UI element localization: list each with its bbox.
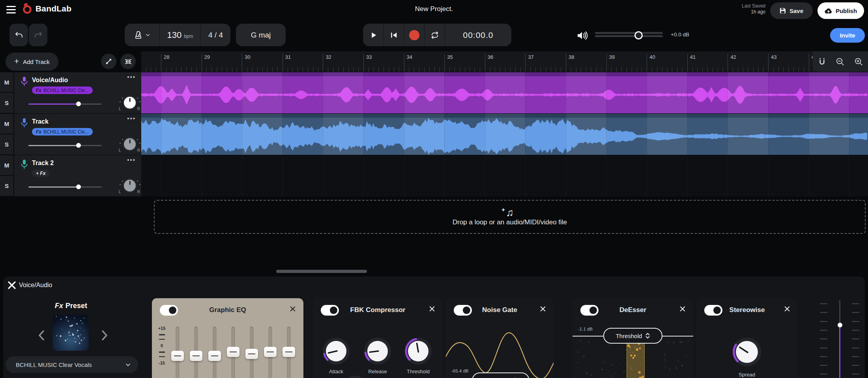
eq-band-slider[interactable] [245,327,258,378]
pan-left-label: L [119,190,121,194]
track-row: M S Voice/Audio ••• FxBCHILL MUSIC Cle..… [0,72,868,113]
preset-artwork[interactable] [52,314,89,351]
track-volume-slider[interactable] [28,102,102,106]
bar-number: 28 [164,54,169,60]
chevron-down-icon [125,362,131,368]
track-row: M S Track 2 ••• + Fx [0,155,868,196]
hamburger-menu-icon[interactable] [6,6,18,15]
deesser-threshold-pill[interactable]: Threshold [603,328,662,344]
close-icon[interactable] [784,305,791,313]
solo-button[interactable]: S [0,134,14,154]
track-menu-ellipsis[interactable]: ••• [127,115,136,122]
bar-number: 34 [407,54,412,60]
pan-knob[interactable]: L R [116,96,142,111]
track-menu-ellipsis[interactable]: ••• [127,156,136,163]
fit-tracks-button[interactable] [120,54,136,69]
track-menu-ellipsis[interactable]: ••• [127,73,136,80]
spread-knob[interactable]: Spread [729,333,765,378]
time-signature-control[interactable]: 4 / 4 [200,24,230,46]
close-fx-panel-icon[interactable] [7,280,17,291]
solo-button[interactable]: S [0,176,14,196]
attack-knob[interactable]: Attack [318,335,354,374]
knob-label: Threshold [400,369,436,374]
track-lane [141,155,868,196]
metronome-button[interactable] [125,24,159,46]
eq-band-slider[interactable] [208,327,221,378]
skip-to-start-button[interactable] [383,24,404,46]
undo-button[interactable] [9,24,28,46]
preset-prev-icon[interactable] [37,329,47,341]
eq-band-slider[interactable] [226,327,240,378]
eq-band-slider[interactable] [264,327,277,378]
fx-preset-heading: FxPreset [32,302,110,310]
mute-button[interactable]: M [0,155,14,175]
track-volume-slider[interactable] [28,143,102,148]
track-name[interactable]: Track [32,118,49,125]
fx-card-noise-gate: Noise Gate -65.4 dB Threshold [446,298,554,378]
preset-dropdown[interactable]: BCHILL MUSIC Clear Vocals [6,356,138,373]
microphone-icon [21,159,28,169]
eq-band-slider[interactable] [189,327,203,378]
publish-button[interactable]: Publish [817,2,864,19]
speaker-icon[interactable] [577,30,588,41]
audio-clip[interactable] [141,114,868,155]
mute-button[interactable]: M [0,72,14,92]
track-volume-slider[interactable] [28,184,102,189]
loop-button[interactable] [424,24,445,46]
play-button[interactable] [363,24,383,46]
bpm-control[interactable]: 130 bpm [159,24,200,46]
zoom-out-icon[interactable] [836,57,845,66]
record-button[interactable] [404,24,424,46]
gate-threshold-pill[interactable]: Threshold [472,372,529,378]
brand-name: BandLab [36,4,71,13]
mute-button[interactable]: M [0,114,14,134]
track-name[interactable]: Voice/Audio [32,77,68,84]
eq-band-slider[interactable] [282,327,296,378]
volume-meter-right [595,35,663,37]
fader-track [839,300,840,325]
knob-partial [343,376,367,378]
pan-knob[interactable]: L R [116,137,142,153]
release-knob[interactable]: Release [360,335,395,374]
audio-clip[interactable] [141,72,868,113]
save-button[interactable]: Save [770,2,813,19]
track-fx-badge[interactable]: FxBCHILL MUSIC Cle... [32,128,93,135]
key-signature-control[interactable]: G maj [236,24,286,46]
zoom-in-icon[interactable] [854,57,863,66]
invite-button[interactable]: Invite [830,28,865,43]
threshold-knob[interactable]: Threshold [400,335,436,374]
pan-left-label: L [119,107,121,111]
preset-next-icon[interactable] [100,329,110,341]
master-volume-slider[interactable] [634,31,643,39]
close-icon[interactable] [289,305,297,313]
redo-button[interactable] [29,24,47,46]
drop-zone[interactable]: +♫ Drop a loop or an audio/MIDI/video fi… [154,200,866,234]
snap-magnet-icon[interactable] [817,57,827,66]
project-title[interactable]: New Project. [415,5,453,13]
close-icon[interactable] [428,305,436,313]
add-track-button[interactable]: + Add Track [6,53,58,71]
track-fx-badge[interactable]: FxBCHILL MUSIC Cle... [32,87,93,94]
updown-icon [645,333,650,339]
knob-label: Release [360,369,395,374]
pan-knob[interactable]: L R [116,179,142,194]
microphone-icon [21,76,28,87]
track-fx-badge[interactable]: + Fx [32,169,49,177]
bar-number: 33 [366,54,372,60]
track-name[interactable]: Track 2 [32,160,54,167]
mute-solo-column: M S [0,155,14,196]
volume-meter-left [595,32,663,34]
microphone-icon [21,118,28,128]
eq-scale: +15 0 -15 [156,326,168,365]
horizontal-scrollbar[interactable] [276,270,367,273]
bandlab-logo[interactable]: BandLab [22,3,71,14]
eq-band-slider[interactable] [171,327,184,378]
solo-button[interactable]: S [0,93,14,113]
close-icon[interactable] [539,305,547,313]
fx-card-deesser: DeEsser -1.1 dB Threshold [572,298,693,378]
bar-number: 32 [326,54,331,60]
timeline-ruler[interactable]: 2829303132333435363738394041424344 [141,51,868,72]
bar-number: 35 [447,54,453,60]
automation-button[interactable] [101,54,116,69]
fader-handle[interactable] [838,323,842,327]
